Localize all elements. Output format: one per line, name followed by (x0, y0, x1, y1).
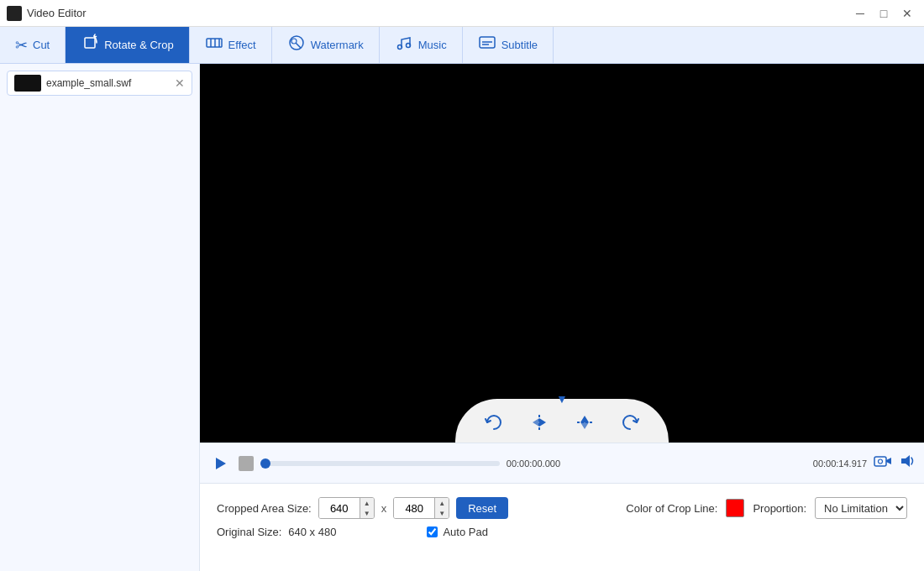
svg-rect-14 (874, 457, 886, 466)
crop-width-input[interactable] (319, 498, 360, 518)
autopad-container: Auto Pad (427, 526, 488, 538)
time-end: 00:00:14.917 (813, 458, 867, 469)
progress-bar[interactable] (260, 461, 500, 466)
subtitle-icon (478, 34, 496, 56)
autopad-checkbox[interactable] (427, 526, 438, 537)
original-size-label: Original Size: (217, 526, 281, 538)
tab-watermark[interactable]: Watermark (272, 27, 380, 63)
tab-music[interactable]: Music (380, 27, 463, 63)
window-controls: ─ □ ✕ (850, 3, 917, 24)
svg-line-7 (296, 43, 301, 48)
video-viewport: ▼ (200, 64, 924, 443)
crop-row-2: Original Size: 640 x 480 Auto Pad (217, 526, 907, 538)
rotate-crop-icon (81, 34, 99, 56)
file-thumbnail (14, 75, 41, 92)
crop-color-picker[interactable] (726, 499, 744, 517)
time-start: 00:00:00.000 (507, 458, 560, 469)
watermark-icon (287, 34, 306, 56)
file-tab[interactable]: example_small.swf ✕ (7, 71, 192, 96)
original-size-value: 640 x 480 (288, 526, 336, 538)
file-close-icon[interactable]: ✕ (175, 77, 185, 89)
cut-icon: ✂ (15, 36, 28, 55)
dropdown-arrow-icon[interactable]: ▼ (556, 392, 568, 406)
play-button[interactable] (208, 452, 232, 475)
color-label: Color of Crop Line: (626, 502, 717, 515)
svg-point-8 (397, 45, 402, 50)
proportion-select[interactable]: No Limitation 1:1 4:3 16:9 16:10 (815, 497, 907, 519)
tab-subtitle[interactable]: Subtitle (463, 27, 554, 63)
height-up-button[interactable]: ▲ (435, 498, 449, 508)
volume-icon[interactable] (899, 453, 916, 473)
width-up-button[interactable]: ▲ (360, 498, 374, 508)
height-spinners: ▲ ▼ (434, 498, 449, 518)
effect-icon (205, 34, 223, 56)
height-input-group: ▲ ▼ (393, 497, 449, 519)
camera-icon[interactable] (874, 453, 892, 473)
rotate-left-button[interactable] (479, 407, 509, 437)
svg-marker-16 (901, 455, 910, 467)
tab-effect-label: Effect (228, 39, 256, 51)
flip-horizontal-button[interactable] (524, 407, 554, 437)
window-title: Video Editor (27, 7, 87, 19)
x-separator: x (381, 502, 387, 515)
music-icon (395, 34, 413, 56)
tab-rotate-crop-label: Rotate & Crop (104, 39, 173, 51)
title-bar-left: Video Editor (7, 6, 87, 21)
file-name: example_small.swf (46, 77, 170, 89)
stop-button[interactable] (239, 456, 254, 471)
svg-marker-13 (216, 458, 226, 469)
autopad-label: Auto Pad (443, 526, 488, 538)
crop-area-label: Cropped Area Size: (217, 502, 312, 515)
height-down-button[interactable]: ▼ (435, 508, 449, 518)
crop-height-input[interactable] (394, 498, 434, 518)
close-button[interactable]: ✕ (897, 3, 917, 24)
tab-bar: ✂ Cut Rotate & Crop Effect (0, 27, 924, 64)
app-icon (7, 6, 22, 21)
tab-cut[interactable]: ✂ Cut (0, 27, 66, 63)
tab-rotate-crop[interactable]: Rotate & Crop (66, 27, 189, 63)
crop-row-right: Color of Crop Line: Proportion: No Limit… (626, 497, 907, 519)
svg-point-6 (291, 39, 297, 44)
svg-rect-0 (85, 38, 95, 48)
width-down-button[interactable]: ▼ (360, 508, 374, 518)
video-panel: ▼ (200, 64, 924, 571)
progress-thumb (260, 458, 270, 469)
minimize-button[interactable]: ─ (850, 3, 870, 24)
width-input-group: ▲ ▼ (318, 497, 375, 519)
tab-cut-label: Cut (33, 39, 50, 51)
proportion-label: Proportion: (753, 502, 806, 515)
title-bar: Video Editor ─ □ ✕ (0, 0, 924, 27)
reset-button[interactable]: Reset (456, 497, 508, 519)
width-spinners: ▲ ▼ (360, 498, 374, 518)
svg-point-15 (879, 459, 883, 464)
crop-controls: Cropped Area Size: ▲ ▼ x ▲ ▼ (200, 483, 924, 571)
svg-point-9 (406, 44, 410, 48)
tab-subtitle-label: Subtitle (501, 39, 538, 51)
controls-overlay: ▼ (455, 399, 669, 443)
crop-row-1: Cropped Area Size: ▲ ▼ x ▲ ▼ (217, 497, 907, 519)
maximize-button[interactable]: □ (874, 3, 894, 24)
left-panel: example_small.swf ✕ (0, 64, 200, 571)
tab-music-label: Music (418, 39, 447, 51)
tab-watermark-label: Watermark (311, 39, 364, 51)
tab-effect[interactable]: Effect (190, 27, 272, 63)
main-area: example_small.swf ✕ ▼ (0, 64, 924, 571)
timeline-bar: 00:00:00.000 00:00:14.917 (200, 443, 924, 483)
crop-section: Cropped Area Size: ▲ ▼ x ▲ ▼ (217, 492, 907, 543)
flip-vertical-button[interactable] (570, 407, 600, 437)
video-canvas (200, 64, 924, 443)
rotate-right-button[interactable] (615, 407, 645, 437)
